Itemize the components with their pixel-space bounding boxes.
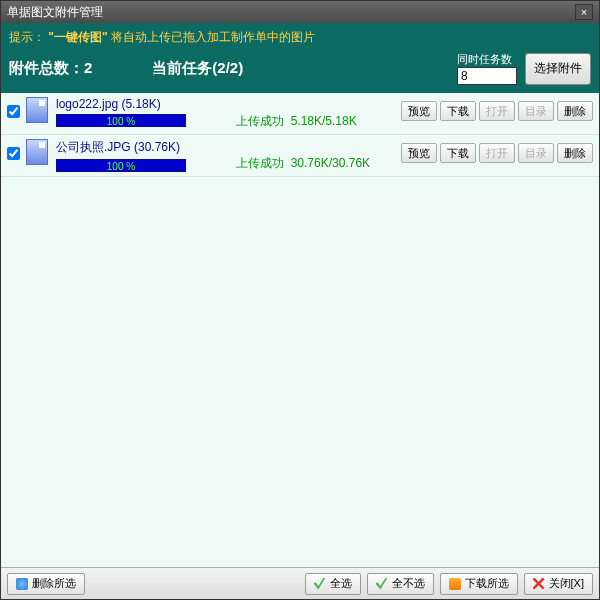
catalog-button[interactable]: 目录 <box>518 101 554 121</box>
titlebar: 单据图文附件管理 × <box>1 1 599 23</box>
download-selected-button[interactable]: 下载所选 <box>440 573 518 595</box>
window-title: 单据图文附件管理 <box>7 4 575 21</box>
list-item: logo222.jpg (5.18K) 100 % 上传成功 5.18K/5.1… <box>1 93 599 135</box>
open-button[interactable]: 打开 <box>479 101 515 121</box>
footer: 删除所选 全选 全不选 下载所选 关闭[X] <box>1 567 599 599</box>
download-icon <box>449 578 461 590</box>
download-button[interactable]: 下载 <box>440 143 476 163</box>
file-icon <box>26 97 48 123</box>
preview-button[interactable]: 预览 <box>401 101 437 121</box>
total-count: 附件总数：2 <box>9 59 92 78</box>
open-button[interactable]: 打开 <box>479 143 515 163</box>
list-item: 公司执照.JPG (30.76K) 100 % 上传成功 30.76K/30.7… <box>1 135 599 177</box>
row-buttons: 预览 下载 打开 目录 删除 <box>401 101 593 121</box>
concurrent-input[interactable] <box>457 67 517 85</box>
delete-icon <box>16 578 28 590</box>
preview-button[interactable]: 预览 <box>401 143 437 163</box>
select-all-button[interactable]: 全选 <box>305 573 361 595</box>
close-icon[interactable]: × <box>575 4 593 20</box>
concurrent-block: 同时任务数 <box>457 52 517 85</box>
progress-label: 100 % <box>57 160 185 173</box>
close-icon <box>533 578 545 590</box>
check-icon <box>376 578 388 590</box>
progress-label: 100 % <box>57 115 185 128</box>
file-name: logo222.jpg (5.18K) <box>56 97 226 111</box>
current-task: 当前任务(2/2) <box>152 59 243 78</box>
hint-bold: "一键传图" <box>48 30 107 44</box>
header: 提示： "一键传图" 将自动上传已拖入加工制作单中的图片 附件总数：2 当前任务… <box>1 23 599 93</box>
header-row: 附件总数：2 当前任务(2/2) 同时任务数 选择附件 <box>9 52 591 85</box>
delete-button[interactable]: 删除 <box>557 101 593 121</box>
download-button[interactable]: 下载 <box>440 101 476 121</box>
progress-bar: 100 % <box>56 114 186 127</box>
row-checkbox[interactable] <box>7 147 20 160</box>
hint-prefix: 提示： <box>9 30 45 44</box>
delete-selected-button[interactable]: 删除所选 <box>7 573 85 595</box>
hint-rest: 将自动上传已拖入加工制作单中的图片 <box>111 30 315 44</box>
row-checkbox[interactable] <box>7 105 20 118</box>
close-button[interactable]: 关闭[X] <box>524 573 593 595</box>
file-icon <box>26 139 48 165</box>
upload-status: 上传成功 30.76K/30.76K <box>236 155 376 172</box>
check-icon <box>314 578 326 590</box>
hint: 提示： "一键传图" 将自动上传已拖入加工制作单中的图片 <box>9 29 591 46</box>
window: 单据图文附件管理 × 提示： "一键传图" 将自动上传已拖入加工制作单中的图片 … <box>0 0 600 600</box>
catalog-button[interactable]: 目录 <box>518 143 554 163</box>
file-name: 公司执照.JPG (30.76K) <box>56 139 226 156</box>
file-info: 公司执照.JPG (30.76K) 100 % <box>56 139 226 172</box>
row-buttons: 预览 下载 打开 目录 删除 <box>401 143 593 163</box>
concurrent-label: 同时任务数 <box>457 52 517 67</box>
delete-button[interactable]: 删除 <box>557 143 593 163</box>
upload-status: 上传成功 5.18K/5.18K <box>236 113 376 130</box>
file-info: logo222.jpg (5.18K) 100 % <box>56 97 226 127</box>
select-none-button[interactable]: 全不选 <box>367 573 434 595</box>
file-list: logo222.jpg (5.18K) 100 % 上传成功 5.18K/5.1… <box>1 93 599 567</box>
progress-bar: 100 % <box>56 159 186 172</box>
select-file-button[interactable]: 选择附件 <box>525 53 591 85</box>
